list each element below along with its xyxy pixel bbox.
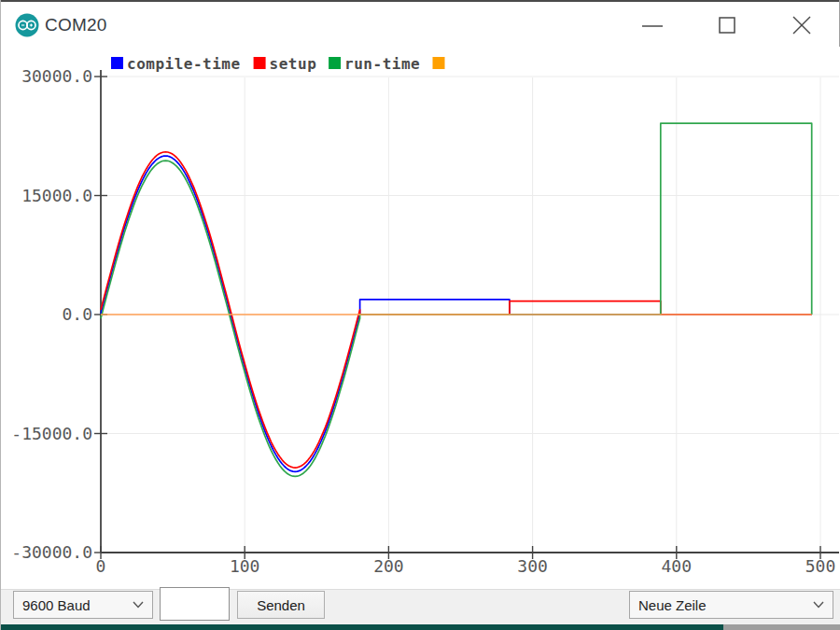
serial-message-input[interactable]: [160, 587, 230, 621]
serial-toolbar: 9600 Baud Senden Neue Zeile: [1, 589, 840, 624]
svg-text:200: 200: [373, 556, 404, 576]
svg-text:setup: setup: [270, 55, 317, 73]
window-controls: [598, 6, 822, 45]
svg-text:300: 300: [517, 556, 548, 576]
svg-text:run-time: run-time: [344, 55, 420, 73]
svg-text:30000.0: 30000.0: [21, 66, 92, 86]
svg-text:-30000.0: -30000.0: [11, 542, 92, 562]
svg-text:-15000.0: -15000.0: [11, 424, 92, 443]
close-button[interactable]: [781, 6, 822, 45]
line-ending-value: Neue Zeile: [638, 597, 707, 613]
titlebar: COM20: [1, 0, 839, 47]
minimize-button[interactable]: [632, 6, 673, 45]
baud-rate-select[interactable]: 9600 Baud: [13, 591, 153, 619]
serial-plotter-window: COM20 -30000.0-15000.00.015000.03000: [0, 0, 840, 630]
chevron-down-icon: [133, 601, 144, 609]
close-icon: [791, 14, 813, 36]
chevron-down-icon: [813, 601, 824, 609]
arduino-icon: [15, 13, 39, 37]
send-button[interactable]: Senden: [237, 591, 325, 619]
minimize-icon: [641, 14, 664, 36]
svg-text:100: 100: [230, 556, 260, 576]
svg-text:15000.0: 15000.0: [21, 186, 92, 205]
svg-text:0: 0: [96, 556, 106, 576]
line-ending-select[interactable]: Neue Zeile: [629, 591, 833, 619]
maximize-button[interactable]: [707, 6, 748, 45]
maximize-icon: [716, 14, 738, 36]
plot-area: -30000.0-15000.00.015000.030000.00100200…: [1, 47, 840, 589]
window-bottom-edge: [1, 624, 840, 630]
window-title: COM20: [45, 15, 106, 35]
svg-text:400: 400: [662, 556, 693, 576]
svg-text:compile-time: compile-time: [127, 55, 241, 73]
baud-rate-value: 9600 Baud: [22, 597, 91, 613]
svg-text:0.0: 0.0: [62, 304, 92, 324]
svg-text:500: 500: [805, 556, 836, 576]
serial-plotter-chart: -30000.0-15000.00.015000.030000.00100200…: [1, 47, 840, 589]
